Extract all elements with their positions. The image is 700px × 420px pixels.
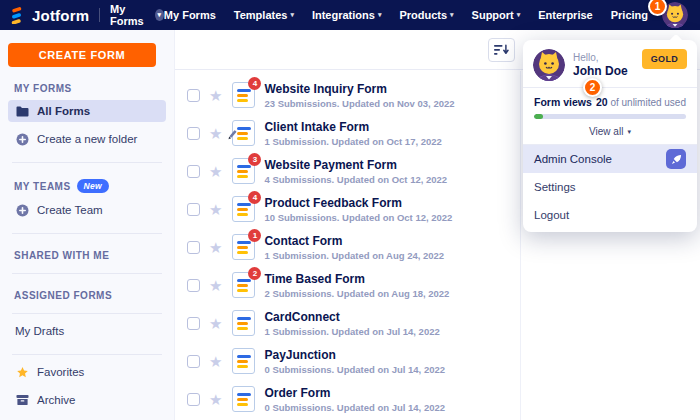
view-all-label: View all — [589, 126, 623, 137]
form-row[interactable]: ★ 1 Contact Form 1 Submission. Updated o… — [175, 228, 520, 266]
jotform-logo[interactable]: Jotform — [9, 7, 89, 24]
form-row[interactable]: ★ 3 Website Payment Form 4 Submissions. … — [175, 152, 520, 190]
star-icon[interactable]: ★ — [209, 126, 222, 141]
form-meta: 10 Submissions. Updated on Oct 12, 2022 — [264, 212, 452, 223]
jotform-bolt-icon — [9, 7, 26, 24]
menu-item-settings[interactable]: Settings — [523, 173, 697, 201]
doc-line-yellow — [237, 137, 248, 140]
form-views-label: Form views — [534, 96, 592, 108]
form-row[interactable]: ★ CardConnect 1 Submission. Updated on J… — [175, 304, 520, 342]
archive-icon — [15, 394, 29, 406]
form-row-text: Website Payment Form 4 Submissions. Upda… — [264, 158, 447, 185]
create-form-button[interactable]: CREATE FORM — [8, 43, 156, 67]
star-icon[interactable]: ★ — [209, 202, 222, 217]
nav-item-my-forms[interactable]: My Forms — [164, 9, 216, 21]
view-all-button[interactable]: View all ▾ — [534, 126, 686, 137]
form-name[interactable]: Contact Form — [264, 234, 444, 248]
sidebar-divider — [12, 354, 162, 355]
all-forms-label: All Forms — [37, 105, 90, 117]
archive-label: Archive — [37, 394, 75, 406]
doc-line-orange — [237, 284, 248, 287]
menu-item-logout[interactable]: Logout — [523, 201, 697, 229]
nav-item-products[interactable]: Products ▾ — [399, 9, 453, 21]
form-row[interactable]: ★ 4 Product Feedback Form 10 Submissions… — [175, 190, 520, 228]
star-icon[interactable]: ★ — [209, 354, 222, 369]
form-name[interactable]: Order Form — [264, 386, 445, 400]
nav-item-pricing[interactable]: Pricing — [611, 9, 648, 21]
row-checkbox[interactable] — [187, 317, 200, 330]
star-icon[interactable]: ★ — [209, 278, 222, 293]
nav-item-label: Pricing — [611, 9, 648, 21]
star-icon[interactable]: ★ — [209, 88, 222, 103]
plan-badge[interactable]: GOLD — [642, 49, 687, 69]
form-meta: 4 Submissions. Updated on Oct 12, 2022 — [264, 174, 447, 185]
nav-item-enterprise[interactable]: Enterprise — [538, 9, 592, 21]
form-name[interactable]: Product Feedback Form — [264, 196, 452, 210]
workspace-label: My Forms — [110, 3, 150, 27]
row-checkbox[interactable] — [187, 89, 200, 102]
sidebar-item-my-drafts[interactable]: My Drafts — [8, 320, 166, 342]
doc-line-yellow — [237, 251, 248, 254]
usage-row: Form views 20 of unlimited used — [534, 96, 686, 108]
form-row[interactable]: ★ 4 Website Inquiry Form 23 Submissions.… — [175, 76, 520, 114]
form-name[interactable]: PayJunction — [264, 348, 445, 362]
form-row[interactable]: ★ 2 Time Based Form 2 Submissions. Updat… — [175, 266, 520, 304]
row-checkbox[interactable] — [187, 241, 200, 254]
form-row-text: PayJunction 0 Submissions. Updated on Ju… — [264, 348, 445, 375]
form-name[interactable]: Time Based Form — [264, 272, 449, 286]
doc-line-blue — [237, 203, 251, 206]
form-name[interactable]: Website Payment Form — [264, 158, 447, 172]
doc-line-yellow — [237, 403, 248, 406]
form-row[interactable]: ★ Client Intake Form 1 Submission. Updat… — [175, 114, 520, 152]
logout-label: Logout — [534, 209, 569, 221]
sidebar-divider — [12, 313, 162, 314]
menu-item-admin-console[interactable]: Admin Console — [523, 145, 697, 173]
form-name[interactable]: CardConnect — [264, 310, 439, 324]
sidebar-item-all-forms[interactable]: All Forms — [8, 100, 166, 122]
usage-value: 20 — [596, 96, 608, 108]
doc-line-orange — [237, 208, 248, 211]
sidebar-item-shared-with-me[interactable]: SHARED WITH ME — [14, 250, 160, 261]
unread-count-badge: 1 — [248, 229, 261, 242]
star-icon[interactable]: ★ — [209, 164, 222, 179]
sidebar-item-create-folder[interactable]: Create a new folder — [8, 128, 166, 150]
user-avatar-button[interactable]: 1 — [662, 2, 688, 28]
doc-line-orange — [237, 94, 248, 97]
nav-item-integrations[interactable]: Integrations ▾ — [312, 9, 381, 21]
form-row[interactable]: ★ PayJunction 0 Submissions. Updated on … — [175, 342, 520, 380]
sort-button[interactable] — [488, 38, 515, 62]
form-row[interactable]: ★ Order Form 0 Submissions. Updated on J… — [175, 380, 520, 418]
row-checkbox[interactable] — [187, 279, 200, 292]
form-row-text: CardConnect 1 Submission. Updated on Jul… — [264, 310, 439, 337]
form-name[interactable]: Client Intake Form — [264, 120, 441, 134]
chevron-down-icon: ▾ — [450, 11, 454, 19]
row-checkbox[interactable] — [187, 165, 200, 178]
brand-name: Jotform — [32, 7, 89, 24]
row-checkbox[interactable] — [187, 393, 200, 406]
sidebar-item-assigned-forms[interactable]: ASSIGNED FORMS — [14, 290, 160, 301]
form-name[interactable]: Website Inquiry Form — [264, 82, 454, 96]
row-checkbox[interactable] — [187, 127, 200, 140]
form-doc-icon: 4 — [232, 82, 255, 108]
form-doc-icon: 1 — [232, 234, 255, 260]
star-icon[interactable]: ★ — [209, 316, 222, 331]
star-icon[interactable]: ★ — [209, 240, 222, 255]
row-checkbox[interactable] — [187, 355, 200, 368]
rocket-icon — [666, 149, 686, 169]
unread-count-badge: 4 — [248, 77, 261, 90]
sidebar-item-favorites[interactable]: Favorites — [8, 361, 166, 383]
usage-summary: 20 of unlimited used — [596, 96, 686, 108]
nav-item-templates[interactable]: Templates ▾ — [234, 9, 294, 21]
workspace-switcher[interactable]: My Forms ▾ — [110, 3, 164, 27]
nav-item-support[interactable]: Support ▾ — [472, 9, 521, 21]
chevron-down-icon: ▾ — [378, 11, 382, 19]
doc-line-orange — [237, 132, 248, 135]
star-icon[interactable]: ★ — [209, 392, 222, 407]
sidebar-item-create-team[interactable]: Create Team — [8, 199, 166, 221]
sidebar-item-archive[interactable]: Archive — [8, 389, 166, 411]
row-checkbox[interactable] — [187, 203, 200, 216]
unread-count-badge: 4 — [248, 191, 261, 204]
form-doc-icon: 2 — [232, 272, 255, 298]
top-navbar: Jotform My Forms ▾ My Forms Templates ▾ … — [0, 0, 700, 30]
sidebar: CREATE FORM MY FORMS All Forms Create a … — [0, 30, 175, 420]
